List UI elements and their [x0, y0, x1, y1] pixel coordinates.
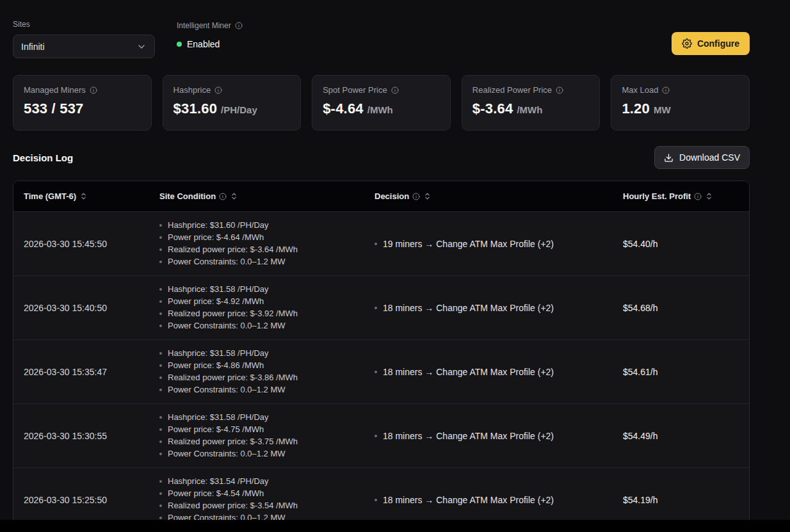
- condition-line: Power Constraints: 0.0–1.2 MW: [159, 321, 375, 331]
- info-icon[interactable]: [694, 193, 702, 200]
- condition-text: Power Constraints: 0.0–1.2 MW: [168, 257, 286, 267]
- condition-line: Power price: $-4.54 /MWh: [159, 488, 375, 499]
- condition-line: Hashprice: $31.54 /PH/Day: [159, 476, 375, 487]
- decision-log-header: Decision Log Download CSV: [13, 146, 750, 169]
- col-header-time[interactable]: Time (GMT-6): [24, 191, 159, 201]
- table-header-row: Time (GMT-6) Site Condition Decision Hou…: [13, 181, 749, 211]
- table-row: 2026-03-30 15:35:47 Hashprice: $31.58 /P…: [13, 339, 749, 403]
- info-icon[interactable]: [556, 86, 563, 94]
- stats-row: Managed Miners 533 / 537 Hashprice $31.6…: [13, 75, 750, 131]
- condition-line: Realized power price: $-3.54 /MWh: [159, 501, 375, 511]
- cell-decision: 18 miners → Change ATM Max Profile (+2): [375, 431, 623, 441]
- col-header-site-condition[interactable]: Site Condition: [159, 191, 375, 201]
- condition-line: Power price: $-4.64 /MWh: [159, 232, 375, 243]
- condition-text: Power price: $-4.92 /MWh: [168, 296, 264, 307]
- condition-text: Realized power price: $-3.92 /MWh: [168, 309, 298, 319]
- site-select[interactable]: Infiniti: [13, 35, 155, 58]
- bullet-icon: [159, 480, 162, 483]
- table-row: 2026-03-30 15:40:50 Hashprice: $31.58 /P…: [13, 275, 749, 339]
- stat-value-row: 1.20 MW: [622, 101, 739, 117]
- stat-value-row: 533 / 537: [24, 101, 141, 117]
- bullet-icon: [159, 453, 162, 455]
- stat-label-row: Max Load: [622, 85, 739, 95]
- col-header-hourly-est-profit[interactable]: Hourly Est. Profit: [623, 191, 749, 201]
- col-header-label: Site Condition: [159, 191, 216, 201]
- condition-line: Power price: $-4.75 /MWh: [159, 424, 375, 435]
- decision-text: 19 miners → Change ATM Max Profile (+2): [383, 239, 554, 249]
- condition-line: Power Constraints: 0.0–1.2 MW: [159, 449, 375, 459]
- stat-unit: /MWh: [367, 104, 393, 115]
- sites-label: Sites: [13, 20, 155, 29]
- decision-log-table: Time (GMT-6) Site Condition Decision Hou…: [13, 181, 750, 532]
- condition-line: Power price: $-4.86 /MWh: [159, 360, 375, 371]
- condition-text: Power price: $-4.86 /MWh: [168, 360, 264, 371]
- condition-text: Hashprice: $31.54 /PH/Day: [168, 476, 269, 487]
- cell-site-condition: Hashprice: $31.60 /PH/Day Power price: $…: [159, 220, 375, 267]
- stat-value-row: $-4.64 /MWh: [323, 101, 440, 117]
- decision-text: 18 miners → Change ATM Max Profile (+2): [383, 367, 554, 377]
- sites-block: Sites Infiniti: [13, 20, 155, 58]
- bottom-bar: [0, 520, 790, 532]
- cell-decision: 18 miners → Change ATM Max Profile (+2): [375, 303, 623, 313]
- cell-time: 2026-03-30 15:40:50: [24, 303, 159, 313]
- condition-text: Power Constraints: 0.0–1.2 MW: [168, 449, 286, 459]
- stat-unit: /PH/Day: [221, 104, 257, 115]
- cell-time: 2026-03-30 15:35:47: [24, 367, 159, 377]
- info-icon[interactable]: [90, 86, 97, 94]
- condition-line: Hashprice: $31.58 /PH/Day: [159, 412, 375, 423]
- bullet-icon: [375, 243, 377, 245]
- condition-line: Power Constraints: 0.0–1.2 MW: [159, 385, 375, 395]
- stat-label-row: Realized Power Price: [472, 85, 590, 95]
- stat-value: $-4.64: [323, 101, 364, 117]
- info-icon[interactable]: [214, 86, 222, 94]
- col-header-label: Hourly Est. Profit: [623, 191, 691, 201]
- info-icon[interactable]: [412, 193, 420, 200]
- condition-text: Power price: $-4.75 /MWh: [168, 424, 264, 435]
- cell-profit: $54.40/h: [623, 239, 749, 249]
- cell-site-condition: Hashprice: $31.58 /PH/Day Power price: $…: [159, 348, 375, 395]
- stat-value: 533 / 537: [24, 101, 84, 117]
- sort-icon[interactable]: [705, 192, 713, 200]
- stat-value: $31.60: [173, 101, 218, 117]
- info-icon[interactable]: [662, 86, 670, 94]
- cell-profit: $54.68/h: [623, 303, 749, 313]
- cell-decision: 18 miners → Change ATM Max Profile (+2): [375, 495, 623, 505]
- stat-card-managed-miners: Managed Miners 533 / 537: [13, 75, 152, 131]
- bullet-icon: [375, 371, 377, 373]
- condition-line: Power price: $-4.92 /MWh: [159, 296, 375, 307]
- stat-value: $-3.64: [472, 101, 513, 117]
- condition-line: Realized power price: $-3.92 /MWh: [159, 309, 375, 319]
- download-icon: [664, 153, 673, 163]
- site-select-value: Infiniti: [21, 42, 45, 52]
- sort-icon[interactable]: [423, 192, 431, 200]
- bullet-icon: [159, 416, 162, 419]
- status-row: Enabled: [177, 39, 243, 49]
- status-dot-icon: [177, 42, 182, 47]
- download-csv-button[interactable]: Download CSV: [654, 146, 750, 169]
- bullet-icon: [375, 307, 377, 309]
- stat-unit: /MWh: [517, 104, 542, 115]
- bullet-icon: [159, 492, 162, 495]
- col-header-decision[interactable]: Decision: [375, 191, 623, 201]
- info-icon[interactable]: [391, 86, 399, 94]
- bullet-icon: [159, 504, 162, 507]
- cell-profit: $54.61/h: [623, 367, 749, 377]
- bullet-icon: [159, 288, 162, 291]
- info-icon[interactable]: [219, 193, 227, 200]
- stat-label-row: Managed Miners: [24, 85, 141, 95]
- cell-time: 2026-03-30 15:45:50: [24, 239, 159, 249]
- info-icon[interactable]: [235, 22, 243, 29]
- stat-value: 1.20: [622, 101, 650, 117]
- condition-text: Hashprice: $31.58 /PH/Day: [168, 348, 269, 359]
- condition-text: Realized power price: $-3.75 /MWh: [168, 437, 298, 447]
- stat-card-max-load: Max Load 1.20 MW: [611, 75, 750, 131]
- sort-icon[interactable]: [79, 192, 88, 200]
- col-header-label: Decision: [375, 191, 409, 201]
- cell-site-condition: Hashprice: $31.58 /PH/Day Power price: $…: [159, 412, 375, 459]
- condition-text: Realized power price: $-3.64 /MWh: [168, 245, 298, 255]
- decision-text: 18 miners → Change ATM Max Profile (+2): [383, 303, 554, 313]
- bullet-icon: [159, 325, 162, 327]
- configure-button[interactable]: Configure: [672, 32, 750, 55]
- page-title: Decision Log: [13, 152, 73, 163]
- sort-icon[interactable]: [230, 192, 238, 200]
